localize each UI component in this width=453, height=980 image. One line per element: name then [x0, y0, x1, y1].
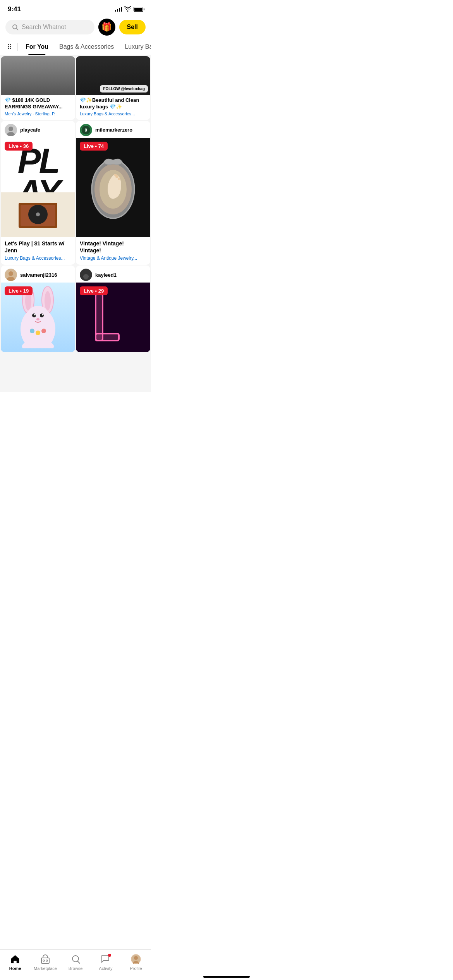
tab-luxury-bags[interactable]: Luxury Bags [119, 39, 151, 55]
category-tabs: ⠿ For You Bags & Accessories Luxury Bags [0, 39, 151, 55]
main-content: 💎 $180 14K GOLD EARRINGS GIVEAWAY... Men… [0, 55, 151, 392]
avatar-2: 0 [80, 124, 92, 136]
tab-divider [17, 43, 18, 51]
partial-info-1: 💎 $180 14K GOLD EARRINGS GIVEAWAY... Men… [1, 95, 75, 120]
live-badge-3: Live • 19 [5, 286, 33, 295]
avatar-3 [5, 269, 17, 281]
stream-title-2: Vintage! Vintage! Vintage! [80, 240, 146, 254]
avatar-4 [80, 269, 92, 281]
stream-card-1[interactable]: playcafe PL AY [1, 121, 75, 265]
search-icon [12, 24, 19, 31]
partial-thumb-2: FOLLOW @leveluxbag [76, 56, 150, 95]
svg-point-31 [36, 318, 39, 320]
svg-point-27 [32, 314, 36, 317]
stream-card-4[interactable]: kayleed1 Live • 29 [76, 266, 150, 352]
partial-cards-row: 💎 $180 14K GOLD EARRINGS GIVEAWAY... Men… [0, 55, 151, 120]
streams-grid: playcafe PL AY [0, 120, 151, 353]
svg-point-16 [118, 178, 120, 180]
svg-point-3 [9, 127, 13, 131]
menu-dots-icon[interactable]: ⠿ [4, 39, 15, 55]
seller-row-4: kayleed1 [76, 266, 150, 283]
search-bar[interactable]: Search Whatnot [5, 20, 94, 34]
seller-name-2: milemarkerzero [95, 127, 132, 133]
seller-name-1: playcafe [20, 127, 40, 133]
seller-name-3: salvamenji2316 [20, 272, 57, 278]
svg-point-19 [9, 271, 13, 276]
stream-thumb-2: Live • 74 [76, 138, 150, 237]
svg-point-24 [45, 291, 51, 310]
status-time: 9:41 [8, 5, 21, 13]
svg-point-29 [34, 314, 36, 315]
seller-row-3: salvamenji2316 [1, 266, 75, 283]
live-badge-1: Live • 36 [5, 142, 33, 151]
svg-point-8 [36, 212, 40, 216]
stream-card-3[interactable]: salvamenji2316 [1, 266, 75, 352]
battery-icon [134, 7, 143, 12]
svg-point-34 [41, 329, 46, 333]
stream-info-2: Vintage! Vintage! Vintage! Vintage & Ant… [76, 237, 150, 265]
svg-point-26 [26, 306, 50, 329]
live-badge-2: Live • 74 [80, 142, 108, 151]
sell-button[interactable]: Sell [119, 20, 146, 34]
svg-line-1 [16, 28, 18, 30]
partial-title-1: 💎 $180 14K GOLD EARRINGS GIVEAWAY... [5, 97, 71, 110]
follow-badge-top: FOLLOW @leveluxbag [100, 85, 148, 93]
stream-thumb-4: Live • 29 [76, 283, 150, 352]
stream-card-2[interactable]: 0 milemarkerzero [76, 121, 150, 265]
partial-category-2: Luxury Bags & Accessories... [80, 111, 146, 116]
header: Search Whatnot 🎁 Sell [0, 15, 151, 39]
tab-bags-accessories[interactable]: Bags & Accessories [54, 39, 119, 55]
wifi-icon [124, 6, 131, 13]
seller-row-2: 0 milemarkerzero [76, 121, 150, 138]
live-badge-4: Live • 29 [80, 286, 108, 295]
partial-thumb-1 [1, 56, 75, 95]
seller-name-4: kayleed1 [95, 272, 117, 278]
gift-button[interactable]: 🎁 [98, 19, 115, 36]
status-bar: 9:41 [0, 0, 151, 15]
svg-point-33 [36, 331, 40, 335]
svg-rect-41 [96, 334, 119, 341]
svg-point-28 [40, 314, 44, 317]
status-icons [115, 6, 143, 13]
svg-point-17 [114, 174, 117, 176]
avatar-1 [5, 124, 17, 136]
seller-row-1: playcafe [1, 121, 75, 138]
svg-text:0: 0 [85, 128, 87, 132]
partial-info-2: 💎✨Beautiful and Clean luxury bags 💎✨ Lux… [76, 95, 150, 120]
partial-category-1: Men's Jewelry · Sterling, P... [5, 111, 71, 116]
svg-point-30 [42, 314, 43, 315]
stream-thumb-3: Live • 19 [1, 283, 75, 352]
gift-icon: 🎁 [101, 22, 112, 32]
stream-category-2: Vintage & Antique Jewelry... [80, 255, 146, 261]
svg-point-32 [30, 329, 34, 333]
stream-info-1: Let's Play | $1 Starts w/ Jenn Luxury Ba… [1, 237, 75, 265]
stream-thumb-1: PL AY Live • 36 [1, 138, 75, 237]
tab-for-you[interactable]: For You [20, 39, 54, 55]
partial-card-2[interactable]: FOLLOW @leveluxbag 💎✨Beautiful and Clean… [76, 56, 150, 120]
signal-icon [115, 7, 122, 12]
stream-title-1: Let's Play | $1 Starts w/ Jenn [5, 240, 71, 254]
search-placeholder: Search Whatnot [22, 24, 66, 31]
partial-card-1[interactable]: 💎 $180 14K GOLD EARRINGS GIVEAWAY... Men… [1, 56, 75, 120]
partial-title-2: 💎✨Beautiful and Clean luxury bags 💎✨ [80, 97, 146, 110]
stream-category-1: Luxury Bags & Accessories... [5, 255, 71, 261]
